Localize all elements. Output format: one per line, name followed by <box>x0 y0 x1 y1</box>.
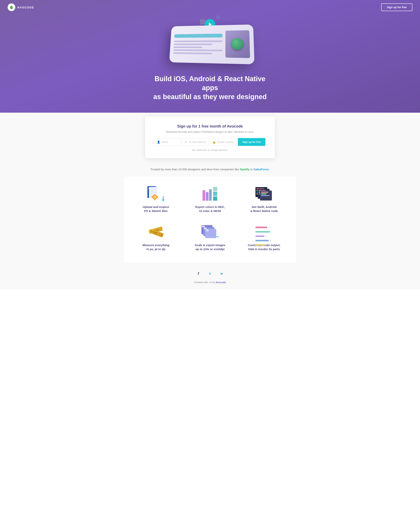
feature-title-line2: PS & Sketch files <box>144 209 168 212</box>
feature-title-line2: hide & reorder its parts <box>248 247 280 251</box>
code-file-3 <box>260 191 272 200</box>
arrow-right-2: ↕ <box>271 230 273 233</box>
feature-title-code: Get Swift, Android & React Native code <box>250 205 278 213</box>
footer-credit-text: Created with <3 by <box>194 281 215 284</box>
feature-title-line1: Export colors in HEX, <box>195 205 225 209</box>
social-icons: f t in <box>8 270 412 277</box>
phone-bar-4 <box>173 49 222 51</box>
footer-credit: Created with <3 by Avocode <box>8 281 412 284</box>
facebook-link[interactable]: f <box>195 270 202 277</box>
strip-2 <box>206 192 208 201</box>
phone-circle <box>231 38 244 50</box>
code-icon <box>255 187 273 200</box>
images-icon: 1x 2x 3x ➜ <box>201 225 219 239</box>
feature-title-colors: Export colors in HEX, UI color & HEX8 <box>195 205 225 213</box>
signup-form: 👤 ✉ 🔒 Sign up for free <box>155 138 265 146</box>
signup-section: Sign up for 1 free month of Avocode Down… <box>0 132 420 158</box>
feature-title-line2: UI color & HEX8 <box>199 209 221 212</box>
phone-mockup <box>169 24 255 64</box>
feature-title-line1: Upload and inspect <box>143 205 169 209</box>
signup-card-description: Download Avocode and inspect PSD/Sketch … <box>155 131 265 133</box>
signup-card: Sign up for 1 free month of Avocode Down… <box>145 117 275 158</box>
arrow-right-4: ↕ <box>270 239 271 242</box>
name-input-wrapper: 👤 <box>155 138 181 146</box>
code-row-2-line <box>255 231 270 232</box>
swatch-3 <box>213 197 217 201</box>
code-row-3-line <box>255 235 264 237</box>
custom-code-icon: ↕ ↕ ↕ ↕ <box>255 225 273 239</box>
feature-title-psd: Upload and inspect PS & Sketch files <box>143 205 169 213</box>
feature-title-line1: Scale & export images <box>195 243 225 247</box>
img-layer-3: 3x <box>205 229 216 238</box>
code-row-5-line <box>255 244 266 246</box>
feature-psd-sketch: PSD <box>132 186 180 213</box>
email-input-wrapper: ✉ <box>182 138 208 146</box>
header-signup-button[interactable]: Sign up for free <box>381 3 412 11</box>
tick-10 <box>153 231 154 233</box>
hero-section: ⚛ 🤖 ◇ Build iOS, Android & React Native <box>0 0 420 113</box>
trusted-or: or <box>249 168 254 171</box>
phone-bar-3 <box>173 46 202 48</box>
trusted-section: Trusted by more than 10 000 designers an… <box>0 158 420 177</box>
footer: f t in Created with <3 by Avocode <box>0 263 420 289</box>
code-row-4-line <box>255 240 269 241</box>
hero-title: Build iOS, Android & React Native apps a… <box>153 75 267 101</box>
features-row-1: PSD <box>132 186 288 213</box>
phone-screen-right <box>226 30 250 58</box>
signup-form-button[interactable]: Sign up for free <box>238 138 265 146</box>
below-hero: Sign up for 1 free month of Avocode Down… <box>0 113 420 289</box>
salesforce-link[interactable]: SalesForce <box>254 168 269 171</box>
arrow-head <box>162 199 165 201</box>
password-icon: 🔒 <box>213 141 216 143</box>
feature-title-line1: Get Swift, Android <box>252 205 276 209</box>
footer-avocode-link[interactable]: Avocode <box>215 281 226 284</box>
upload-arrow <box>162 196 165 201</box>
palette-icon <box>203 187 217 201</box>
svg-point-3 <box>11 7 12 9</box>
code-row-3: ↕ <box>255 235 273 238</box>
feature-scale: 1x 2x 3x ➜ Scale & export images <box>186 224 234 251</box>
phone-illustration <box>166 23 254 65</box>
react-bg-icon: ⚛ <box>215 13 221 22</box>
signup-card-title: Sign up for 1 free month of Avocode <box>155 124 265 129</box>
arrow-shaft <box>163 196 164 199</box>
phone-bar-2 <box>174 44 212 45</box>
swatch-1 <box>213 187 217 191</box>
ruler-icon <box>148 225 164 239</box>
psd-icon-area: PSD <box>146 186 165 201</box>
tick-6 <box>156 229 157 231</box>
facebook-icon: f <box>198 272 199 276</box>
export-arrow-icon: ➜ <box>216 235 219 239</box>
trusted-prefix: Trusted by more than 10 000 designers an… <box>151 168 240 171</box>
phone-screen-left <box>173 33 222 55</box>
palette-icon-area <box>200 186 220 201</box>
sketch-svg <box>151 194 159 200</box>
feature-code: Get Swift, Android & React Native code <box>240 186 288 213</box>
spotify-link[interactable]: Spotify <box>240 168 249 171</box>
code-row-5: ↕ <box>255 243 273 246</box>
tick-7 <box>158 229 159 231</box>
feature-measure: Measure everything in px, pt or dp <box>132 224 180 251</box>
strip-1 <box>203 190 205 201</box>
swatch-2 <box>213 192 217 196</box>
feature-title-scale: Scale & export images up to @4x or xxxhd… <box>195 243 225 251</box>
arrow-right-1: ↕ <box>269 226 270 229</box>
header: AVOCODE Sign up for free <box>0 0 420 14</box>
twitter-link[interactable]: t <box>206 270 214 277</box>
hero-title-line2: as beautiful as they were designed <box>153 93 267 101</box>
swatches <box>213 187 217 201</box>
feature-title-line2: in px, pt or dp <box>146 247 165 251</box>
phone-bar-5 <box>173 52 212 54</box>
sketch-icon <box>151 194 159 201</box>
feature-custom-code: ↕ ↕ ↕ ↕ <box>240 224 288 251</box>
feature-colors: Export colors in HEX, UI color & HEX8 <box>186 186 234 213</box>
code-line-3-3 <box>261 195 269 196</box>
linkedin-link[interactable]: in <box>218 270 225 277</box>
img-label-3: 3x <box>206 230 208 231</box>
images-icon-area: 1x 2x 3x ➜ <box>200 224 220 240</box>
password-input-wrapper: 🔒 <box>210 138 236 146</box>
phone-bar-1 <box>174 41 222 42</box>
arrow-right-5: ↕ <box>267 243 268 246</box>
code-line-3-1 <box>261 192 269 193</box>
code-line-3-2 <box>261 193 267 194</box>
